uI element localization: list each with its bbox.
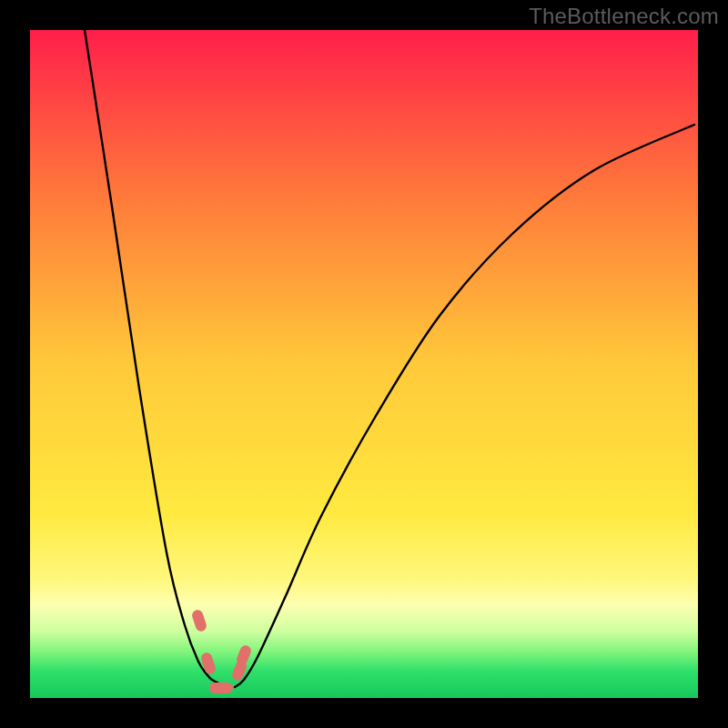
curve-marker [200,652,217,676]
curve-marker [191,609,208,633]
right-curve [235,125,694,687]
chart-curves-layer [30,30,698,698]
chart-frame [30,30,698,698]
left-curve [85,30,230,687]
watermark-text: TheBottleneck.com [529,4,719,29]
curve-marker [209,682,233,693]
